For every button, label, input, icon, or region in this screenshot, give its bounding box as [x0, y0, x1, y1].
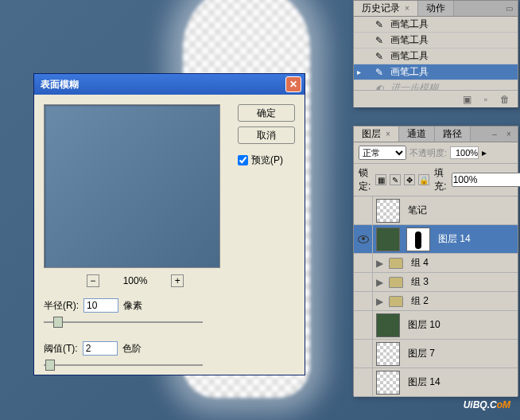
threshold-input[interactable] [83, 341, 118, 356]
visibility-toggle[interactable] [354, 254, 373, 272]
layer-thumb [376, 228, 400, 251]
dialog-title: 表面模糊 [41, 78, 285, 91]
lock-row: 锁定: ▦ ✎ ✥ 🔒 填充: ▸ [354, 164, 518, 196]
visibility-toggle[interactable] [354, 340, 373, 368]
threshold-unit: 色阶 [122, 342, 142, 356]
trash-icon[interactable]: 🗑 [499, 93, 511, 106]
zoom-value: 100% [123, 275, 148, 286]
tab-actions[interactable]: 动作 [418, 1, 454, 16]
layer-group[interactable]: ▶组 3 [354, 273, 518, 292]
tab-layers[interactable]: 图层× [354, 126, 399, 142]
surface-blur-dialog: 表面模糊 ✕ − 100% + 半径(R): 像素 阈值(T): 色阶 [33, 73, 305, 375]
history-item[interactable]: ◐进一步模糊 [354, 80, 518, 90]
layer-row-selected[interactable]: 图层 14 [354, 225, 518, 254]
current-indicator-icon: ▸ [357, 68, 367, 76]
visibility-toggle[interactable] [354, 273, 373, 291]
lock-label: 锁定: [359, 166, 371, 193]
blend-mode-select[interactable]: 正常 [359, 146, 406, 160]
preview-area[interactable] [44, 104, 220, 268]
folder-icon [389, 296, 403, 307]
lock-all-icon[interactable]: 🔒 [418, 174, 429, 185]
folder-icon [389, 258, 403, 269]
layers-panel: 图层× 通道 路径 – × 正常 不透明度: ▸ 锁定: ▦ ✎ ✥ 🔒 填充:… [353, 126, 518, 396]
layer-row[interactable]: 笔记 [354, 196, 518, 225]
layer-group[interactable]: ▶组 2 [354, 292, 518, 311]
dialog-titlebar[interactable]: 表面模糊 ✕ [34, 74, 305, 95]
threshold-slider[interactable] [44, 357, 203, 373]
lock-move-icon[interactable]: ✥ [404, 174, 415, 185]
mask-thumb [406, 228, 430, 251]
history-item[interactable]: ✎画笔工具 [354, 49, 518, 64]
layer-thumb [376, 342, 400, 366]
brush-icon: ✎ [373, 18, 386, 31]
close-icon[interactable]: × [405, 4, 409, 13]
zoom-in-button[interactable]: + [171, 274, 184, 287]
lock-transparent-icon[interactable]: ▦ [375, 174, 386, 185]
visibility-toggle[interactable] [354, 225, 373, 253]
threshold-label: 阈值(T): [44, 342, 78, 356]
visibility-toggle[interactable] [354, 368, 373, 396]
radius-slider[interactable] [44, 314, 203, 330]
history-item[interactable]: ✎画笔工具 [354, 17, 518, 33]
tab-paths[interactable]: 路径 [435, 126, 471, 142]
history-list: ✎画笔工具 ✎画笔工具 ✎画笔工具 ▸✎画笔工具 ◐进一步模糊 [354, 17, 518, 90]
opacity-label: 不透明度: [409, 147, 447, 159]
new-icon[interactable]: ▫ [479, 93, 492, 106]
close-panel-icon[interactable]: × [503, 128, 514, 139]
radius-input[interactable] [83, 298, 118, 313]
visibility-toggle[interactable] [354, 292, 373, 310]
layer-options: 正常 不透明度: ▸ [354, 142, 518, 164]
tab-history[interactable]: 历史记录× [354, 1, 418, 16]
visibility-toggle[interactable] [354, 311, 373, 339]
fill-label: 填充: [434, 166, 446, 193]
ok-button[interactable]: 确定 [238, 104, 295, 122]
watermark: UiBQ.CoM [464, 394, 510, 412]
close-icon[interactable]: × [386, 130, 390, 138]
layer-thumb [376, 313, 400, 337]
lock-paint-icon[interactable]: ✎ [390, 174, 401, 185]
history-tabs: 历史记录× 动作 ▭ [354, 1, 518, 17]
layer-group[interactable]: ▶组 4 [354, 254, 518, 273]
minimize-icon[interactable]: ▭ [503, 2, 514, 14]
brush-icon: ✎ [373, 66, 386, 79]
minimize-icon[interactable]: – [489, 128, 500, 139]
expand-icon[interactable]: ▶ [376, 258, 386, 269]
layer-row[interactable]: 图层 14 [354, 368, 518, 397]
history-footer: ▣ ▫ 🗑 [354, 90, 518, 107]
preview-checkbox-label: 预览(P) [251, 154, 283, 167]
cancel-button[interactable]: 取消 [238, 126, 295, 144]
tab-channels[interactable]: 通道 [399, 126, 435, 142]
expand-icon[interactable]: ▶ [376, 296, 386, 307]
layer-list: 笔记 图层 14 ▶组 4 ▶组 3 ▶组 2 图层 10 图层 7 图层 14 [354, 196, 518, 397]
radius-label: 半径(R): [44, 299, 79, 313]
layer-row[interactable]: 图层 7 [354, 340, 518, 368]
eye-icon [358, 235, 369, 243]
chevron-icon[interactable]: ▸ [482, 147, 487, 158]
opacity-input[interactable] [450, 146, 479, 159]
brush-icon: ✎ [373, 50, 386, 63]
zoom-out-button[interactable]: − [87, 274, 99, 287]
radius-unit: 像素 [123, 299, 142, 313]
blur-icon: ◐ [373, 82, 386, 91]
close-button[interactable]: ✕ [285, 76, 301, 92]
folder-icon [389, 277, 403, 288]
layer-thumb [376, 199, 400, 223]
expand-icon[interactable]: ▶ [376, 277, 386, 288]
history-panel: 历史记录× 动作 ▭ ✎画笔工具 ✎画笔工具 ✎画笔工具 ▸✎画笔工具 ◐进一步… [353, 0, 518, 107]
history-item-current[interactable]: ▸✎画笔工具 [354, 64, 518, 80]
brush-icon: ✎ [373, 34, 386, 47]
preview-checkbox[interactable] [238, 155, 248, 165]
history-item[interactable]: ✎画笔工具 [354, 33, 518, 49]
layer-row[interactable]: 图层 10 [354, 311, 518, 340]
layers-tabs: 图层× 通道 路径 – × [354, 126, 518, 142]
snapshot-icon[interactable]: ▣ [460, 93, 473, 106]
fill-input[interactable] [452, 173, 520, 187]
layer-thumb [376, 371, 400, 395]
visibility-toggle[interactable] [354, 196, 373, 224]
